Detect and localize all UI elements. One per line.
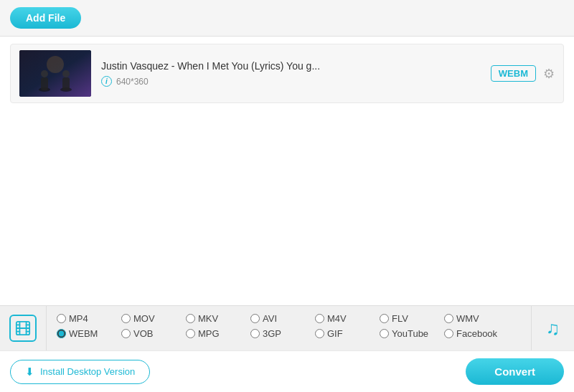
svg-rect-2 <box>41 77 48 90</box>
music-icon-area[interactable]: ♫ <box>531 306 574 350</box>
svg-rect-5 <box>62 77 70 90</box>
file-actions: WEBM ⚙ <box>491 65 555 82</box>
file-thumbnail <box>19 50 91 97</box>
format-option-flv[interactable]: FLV <box>380 313 444 324</box>
convert-button[interactable]: Convert <box>466 358 564 385</box>
format-row-2: WEBM VOB MPG 3GP GIF YouTube <box>57 328 521 339</box>
svg-point-3 <box>41 70 48 77</box>
music-note-icon: ♫ <box>546 317 560 340</box>
download-icon: ⬇ <box>25 365 34 378</box>
file-list-area: Justin Vasquez - When I Met You (Lyrics)… <box>0 37 574 305</box>
format-selector: MP4 MOV MKV AVI M4V FLV WM <box>0 306 574 350</box>
footer-bar: ⬇ Install Desktop Version Convert <box>0 350 574 392</box>
install-desktop-button[interactable]: ⬇ Install Desktop Version <box>10 360 150 384</box>
file-info: Justin Vasquez - When I Met You (Lyrics)… <box>101 60 491 87</box>
format-option-wmv[interactable]: WMV <box>444 313 509 324</box>
svg-point-7 <box>47 56 64 73</box>
add-file-button[interactable]: Add File <box>10 7 81 29</box>
format-badge: WEBM <box>491 65 536 82</box>
file-item: Justin Vasquez - When I Met You (Lyrics)… <box>10 44 564 103</box>
format-option-webm[interactable]: WEBM <box>57 328 121 339</box>
format-option-facebook[interactable]: Facebook <box>444 328 509 339</box>
format-icon-area <box>0 306 47 350</box>
film-icon <box>9 315 37 342</box>
format-option-mpg[interactable]: MPG <box>186 328 250 339</box>
format-options: MP4 MOV MKV AVI M4V FLV WM <box>47 306 531 350</box>
format-option-avi[interactable]: AVI <box>250 313 315 324</box>
format-option-mkv[interactable]: MKV <box>186 313 250 324</box>
install-label: Install Desktop Version <box>40 366 135 377</box>
format-option-mov[interactable]: MOV <box>121 313 186 324</box>
file-title: Justin Vasquez - When I Met You (Lyrics)… <box>101 60 491 72</box>
format-option-youtube[interactable]: YouTube <box>380 328 444 339</box>
format-option-mp4[interactable]: MP4 <box>57 313 121 324</box>
format-option-3gp[interactable]: 3GP <box>250 328 315 339</box>
settings-icon[interactable]: ⚙ <box>543 66 555 82</box>
file-meta: i 640*360 <box>101 76 491 87</box>
format-option-m4v[interactable]: M4V <box>315 313 380 324</box>
header-bar: Add File <box>0 0 574 37</box>
info-icon: i <box>101 76 112 87</box>
format-row-1: MP4 MOV MKV AVI M4V FLV WM <box>57 313 521 324</box>
bottom-panel: MP4 MOV MKV AVI M4V FLV WM <box>0 305 574 350</box>
format-option-vob[interactable]: VOB <box>121 328 186 339</box>
file-resolution: 640*360 <box>116 77 149 87</box>
format-option-gif[interactable]: GIF <box>315 328 380 339</box>
svg-point-6 <box>62 70 70 77</box>
